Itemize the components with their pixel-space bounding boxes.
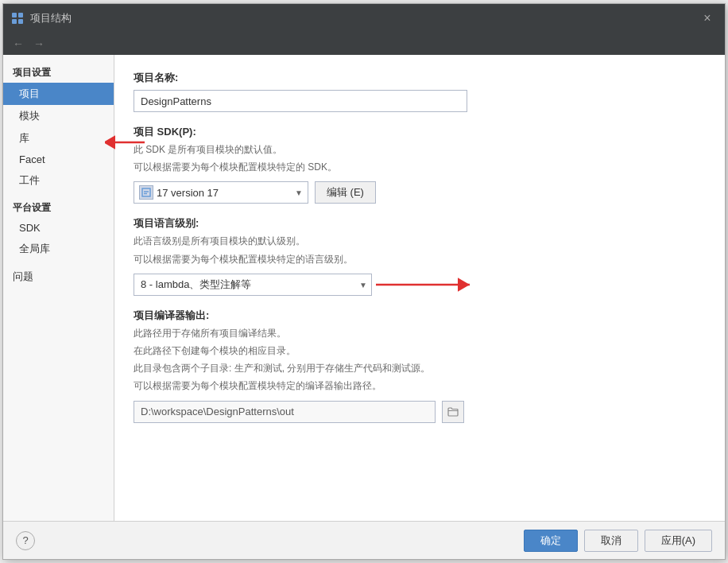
lang-select-wrapper: 8 - lambda、类型注解等 11 17 <box>134 274 372 296</box>
sidebar-item-facet[interactable]: Facet <box>3 149 114 169</box>
project-name-input[interactable] <box>134 90 467 112</box>
sidebar-item-global-library[interactable]: 全局库 <box>3 238 114 260</box>
sdk-row: 17 version 17 ▼ 编辑 (E) <box>134 181 706 204</box>
sdk-desc1: 此 SDK 是所有项目模块的默认值。 <box>134 142 706 157</box>
svg-rect-0 <box>12 13 17 17</box>
svg-rect-3 <box>18 19 23 24</box>
lang-desc1: 此语言级别是所有项目模块的默认级别。 <box>134 234 706 249</box>
sidebar-item-issue[interactable]: 问题 <box>3 260 114 288</box>
dialog-icon <box>11 12 24 25</box>
button-group: 确定 取消 应用(A) <box>524 530 712 552</box>
folder-button[interactable] <box>442 401 464 423</box>
sidebar-item-sdk[interactable]: SDK <box>3 218 114 238</box>
sidebar-item-library[interactable]: 库 <box>3 127 114 149</box>
lang-row: 8 - lambda、类型注解等 11 17 <box>134 274 706 296</box>
sidebar-item-project[interactable]: 项目 <box>3 83 114 105</box>
sidebar-item-module[interactable]: 模块 <box>3 105 114 127</box>
compiler-section-title: 项目编译器输出: <box>134 309 706 323</box>
svg-rect-1 <box>18 13 23 17</box>
project-name-label: 项目名称: <box>134 71 706 85</box>
compiler-desc4: 可以根据需要为每个模块配置模块特定的编译器输出路径。 <box>134 379 706 394</box>
bottom-bar: ? 确定 取消 应用(A) <box>3 521 725 559</box>
close-button[interactable]: × <box>698 9 717 28</box>
sidebar: 项目设置 项目 模块 库 Facet 工件 平台设置 SDK 全局库 <box>3 55 114 521</box>
dialog-title: 项目结构 <box>30 11 698 25</box>
compiler-desc3: 此目录包含两个子目录: 生产和测试, 分别用于存储生产代码和测试源。 <box>134 361 706 376</box>
lang-arrow-annotation <box>376 273 479 297</box>
sdk-desc2: 可以根据需要为每个模块配置模块特定的 SDK。 <box>134 160 706 175</box>
sdk-edit-button[interactable]: 编辑 (E) <box>315 181 376 204</box>
project-settings-label: 项目设置 <box>3 61 114 83</box>
nav-bar: ← → <box>3 33 725 55</box>
sdk-section-title: 项目 SDK(P): <box>134 125 706 139</box>
cancel-button[interactable]: 取消 <box>584 530 638 552</box>
main-panel: 项目名称: 项目 SDK(P): 此 SDK 是所有项目模块的默认值。 可以根据… <box>114 55 725 521</box>
sdk-icon <box>139 185 153 200</box>
sdk-dropdown-arrow: ▼ <box>295 188 303 197</box>
svg-rect-6 <box>142 188 150 196</box>
sidebar-arrow-annotation <box>105 130 149 157</box>
platform-settings-label: 平台设置 <box>3 192 114 218</box>
sdk-value: 17 version 17 <box>157 187 219 199</box>
lang-select[interactable]: 8 - lambda、类型注解等 11 17 <box>134 274 372 296</box>
compiler-output-input[interactable] <box>134 401 436 423</box>
project-structure-dialog: 项目结构 × ← → 项目设置 项目 模块 库 Facet 工件 平台设 <box>2 3 726 560</box>
compiler-desc2: 在此路径下创建每个模块的相应目录。 <box>134 344 706 359</box>
help-button[interactable]: ? <box>16 531 35 550</box>
content-area: 项目设置 项目 模块 库 Facet 工件 平台设置 SDK 全局库 <box>3 55 725 521</box>
title-bar: 项目结构 × <box>3 4 725 33</box>
sdk-dropdown[interactable]: 17 version 17 ▼ <box>134 181 308 204</box>
confirm-button[interactable]: 确定 <box>524 530 578 552</box>
lang-desc2: 可以根据需要为每个模块配置模块特定的语言级别。 <box>134 252 706 267</box>
apply-button[interactable]: 应用(A) <box>645 530 712 552</box>
output-row <box>134 401 706 423</box>
back-button[interactable]: ← <box>10 35 27 52</box>
sidebar-item-artifact[interactable]: 工件 <box>3 169 114 192</box>
svg-rect-2 <box>12 19 17 24</box>
compiler-desc1: 此路径用于存储所有项目编译结果。 <box>134 326 706 341</box>
forward-button[interactable]: → <box>30 35 48 52</box>
lang-section-title: 项目语言级别: <box>134 216 706 231</box>
